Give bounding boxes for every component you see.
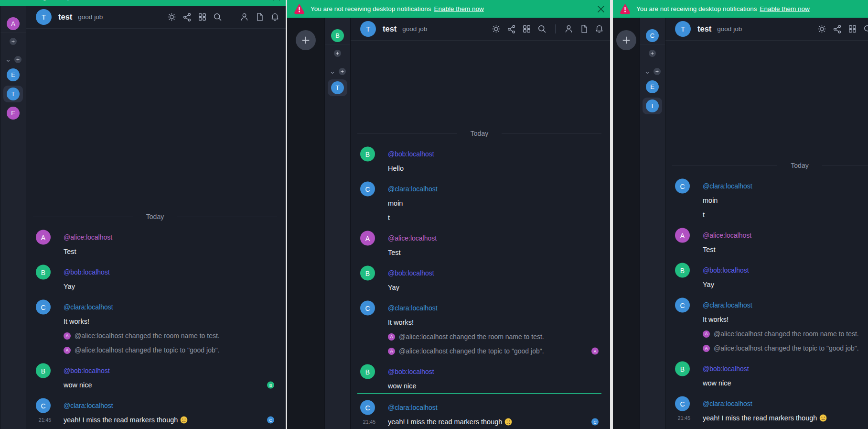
sidebar-item-room[interactable]: T [646, 99, 659, 112]
divider-line [502, 133, 601, 134]
add-room-button[interactable] [334, 50, 341, 57]
chevron-down-icon[interactable] [644, 69, 650, 75]
room-name: test [697, 24, 711, 33]
message-sender[interactable]: @bob:localhost [703, 266, 749, 274]
message-avatar[interactable]: C [675, 396, 690, 411]
add-room-button[interactable] [649, 50, 656, 57]
message-avatar[interactable]: B [360, 147, 375, 162]
message-sender[interactable]: @clara:localhost [703, 400, 752, 407]
user-avatar[interactable]: C [646, 29, 659, 42]
message-avatar[interactable]: C [675, 298, 690, 313]
system-event-avatar-letter: A [66, 333, 69, 338]
bell-icon[interactable] [270, 12, 280, 22]
user-avatar[interactable]: A [7, 17, 20, 30]
grid-icon[interactable] [522, 24, 532, 34]
user-avatar-letter: C [650, 32, 654, 39]
message-avatar[interactable]: B [675, 362, 690, 376]
add-space-button[interactable] [339, 68, 346, 75]
add-space-button[interactable] [654, 68, 661, 75]
message-sender[interactable]: @clara:localhost [388, 404, 438, 411]
message-sender[interactable]: @clara:localhost [703, 182, 752, 190]
banner-close-icon[interactable] [271, 0, 282, 2]
message-sender[interactable]: @bob:localhost [64, 268, 110, 276]
message-avatar[interactable]: C [36, 398, 51, 413]
banner-close-icon[interactable] [596, 4, 606, 14]
message-avatar[interactable]: B [360, 364, 375, 379]
message-sender[interactable]: @clara:localhost [388, 304, 438, 312]
banner-action-link[interactable]: Enable them now [109, 0, 159, 0]
message-sender[interactable]: @alice:localhost [64, 233, 112, 241]
message-avatar[interactable]: C [360, 301, 375, 316]
person-icon[interactable] [564, 24, 574, 34]
message-gutter [351, 379, 388, 393]
message-avatar[interactable]: C [36, 300, 51, 315]
share-icon[interactable] [506, 24, 516, 34]
message-sender[interactable]: @bob:localhost [388, 368, 434, 375]
message-avatar[interactable]: C [360, 400, 375, 415]
message-avatar[interactable]: A [675, 228, 690, 243]
sidebar-item-selected[interactable]: T [328, 79, 347, 96]
file-icon[interactable] [579, 24, 589, 34]
grid-icon[interactable] [197, 12, 207, 22]
chevron-down-icon[interactable] [5, 57, 11, 63]
search-icon[interactable] [537, 24, 547, 34]
create-space-button[interactable] [296, 30, 316, 50]
message-avatar[interactable]: B [36, 363, 51, 378]
share-icon[interactable] [832, 24, 842, 34]
message-avatar-letter: B [365, 150, 370, 158]
chevron-down-icon[interactable] [330, 69, 335, 75]
user-avatar-letter: B [335, 32, 340, 39]
message-group: C@clara:localhost21:45yeah! I miss the r… [351, 400, 613, 429]
message-sender[interactable]: @clara:localhost [64, 303, 113, 311]
message-row: moin [351, 196, 613, 210]
message-sender[interactable]: @clara:localhost [703, 301, 752, 309]
message-gutter [351, 280, 388, 295]
settings-icon[interactable] [817, 24, 827, 34]
sidebar-item-room[interactable]: T [331, 81, 344, 94]
create-space-button[interactable] [616, 30, 636, 50]
grid-icon[interactable] [847, 24, 857, 34]
message-avatar[interactable]: B [675, 263, 690, 278]
bell-icon[interactable] [594, 24, 604, 34]
message-sender[interactable]: @clara:localhost [388, 185, 438, 193]
message-sender[interactable]: @alice:localhost [388, 234, 437, 242]
message-group: C@clara:localhostIt works!A@alice:localh… [665, 298, 868, 355]
message-avatar[interactable]: A [360, 231, 375, 246]
banner-action-link[interactable]: Enable them now [434, 5, 483, 12]
message-avatar[interactable]: C [360, 182, 375, 197]
message-sender[interactable]: @bob:localhost [64, 367, 110, 374]
settings-icon[interactable] [167, 12, 177, 22]
room-avatar[interactable]: T [360, 21, 376, 37]
space-header-row [330, 68, 346, 75]
message-avatar[interactable]: B [36, 265, 51, 280]
sidebar-item-selected[interactable]: T [3, 86, 23, 102]
add-space-button[interactable] [14, 56, 21, 63]
share-icon[interactable] [182, 12, 192, 22]
message-sender[interactable]: @bob:localhost [703, 365, 749, 373]
file-icon[interactable] [255, 12, 265, 22]
sidebar-item-room[interactable]: E [646, 80, 659, 93]
read-receipt-badge: C [591, 418, 599, 426]
message-avatar[interactable]: A [36, 230, 51, 245]
search-icon[interactable] [213, 12, 223, 22]
message-sender[interactable]: @clara:localhost [64, 402, 113, 409]
message-group: B@bob:localhostwow nice [351, 364, 613, 393]
message-avatar[interactable]: B [360, 266, 375, 281]
person-icon[interactable] [239, 12, 249, 22]
add-room-button[interactable] [10, 38, 17, 45]
message-sender[interactable]: @alice:localhost [703, 231, 751, 239]
room-avatar[interactable]: T [36, 9, 52, 25]
room-avatar[interactable]: T [675, 21, 691, 37]
sidebar-item-selected[interactable]: T [643, 98, 662, 114]
settings-icon[interactable] [491, 24, 501, 34]
user-avatar[interactable]: B [331, 29, 344, 42]
search-icon[interactable] [863, 24, 868, 34]
sidebar-item-room[interactable]: E [7, 107, 20, 120]
banner-action-link[interactable]: Enable them now [760, 5, 809, 12]
sidebar-item-room[interactable]: T [7, 88, 20, 100]
message-sender[interactable]: @bob:localhost [388, 150, 434, 158]
message-text-content: wow nice [388, 382, 417, 390]
message-avatar[interactable]: C [675, 179, 690, 194]
message-sender[interactable]: @bob:localhost [388, 269, 434, 277]
sidebar-item-room[interactable]: E [7, 68, 20, 81]
